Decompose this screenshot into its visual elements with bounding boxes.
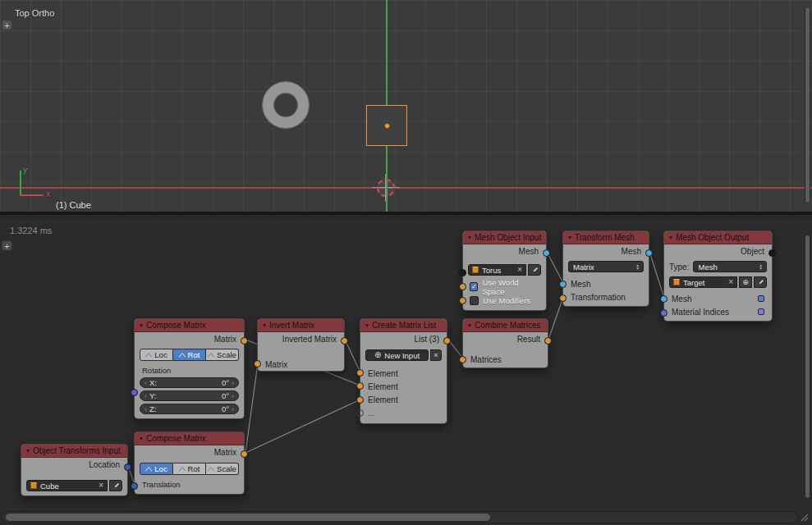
active-object-label: (1) Cube <box>56 200 91 210</box>
socket-virtual-input[interactable] <box>356 409 364 417</box>
collapse-icon[interactable]: ▾ <box>468 235 471 241</box>
output-object-label: Object <box>741 247 764 256</box>
eyedropper-button[interactable] <box>754 276 767 288</box>
socket-transformation-input[interactable] <box>559 294 567 302</box>
slider-left-icon[interactable]: ‹ <box>145 379 147 387</box>
socket-object-output[interactable] <box>768 249 776 257</box>
socket-use-modifiers-input[interactable] <box>459 297 466 304</box>
socket-element-input[interactable] <box>356 382 364 390</box>
loc-toggle-button[interactable]: Loc <box>140 463 173 475</box>
loc-toggle-button[interactable]: Loc <box>140 349 173 361</box>
driver-curve-icon <box>145 352 152 358</box>
collapse-icon[interactable]: ▾ <box>568 235 571 241</box>
socket-material-indices-input[interactable] <box>660 309 667 317</box>
type-dropdown[interactable]: Mesh ▴▾ <box>693 261 767 272</box>
object-picker-field[interactable]: Torus × <box>468 264 526 276</box>
expand-region-icon[interactable]: + <box>2 20 12 30</box>
socket-matrix-output[interactable] <box>241 337 248 345</box>
node-header[interactable]: ▾ Create Matrix List <box>360 319 447 332</box>
rotation-section-label: Rotation <box>135 366 244 375</box>
socket-display-toggle-icon[interactable] <box>758 308 764 315</box>
slider-right-icon[interactable]: › <box>232 379 234 387</box>
node-header[interactable]: ▾ Invert Matrix <box>258 319 344 332</box>
new-input-button[interactable]: ⊕ New Input <box>365 349 429 361</box>
viewport-3d[interactable]: Top Ortho y x (1) Cube + <box>0 0 812 215</box>
socket-mesh-output[interactable] <box>645 249 653 257</box>
socket-matrix-input[interactable] <box>254 360 261 368</box>
socket-translation-input[interactable] <box>131 482 138 490</box>
node-compose-matrix-translation[interactable]: ▾ Compose Matrix Matrix Loc Rot Scale Tr <box>134 431 245 495</box>
socket-object-input[interactable] <box>459 269 466 276</box>
node-header[interactable]: ▾ Mesh Object Output <box>664 231 772 244</box>
rotation-x-slider[interactable]: ‹ X: 0° › <box>140 377 239 388</box>
node-header[interactable]: ▾ Compose Matrix <box>135 432 244 445</box>
node-header[interactable]: ▾ Object Transforms Input <box>21 445 127 458</box>
slider-value: 0° <box>222 378 229 387</box>
node-mesh-object-input[interactable]: ▾ Mesh Object Input Mesh Torus × ✓ Use W… <box>462 231 547 311</box>
socket-use-world-space-input[interactable] <box>459 283 466 290</box>
use-modifiers-checkbox[interactable] <box>470 296 479 305</box>
dropdown-value: Matrix <box>573 262 636 272</box>
socket-mesh-input[interactable] <box>660 295 667 303</box>
socket-inverted-matrix-output[interactable] <box>341 337 348 345</box>
node-create-matrix-list[interactable]: ▾ Create Matrix List List (3) ⊕ New Inpu… <box>360 318 447 424</box>
socket-rotation-input[interactable] <box>131 389 138 396</box>
rotation-y-slider[interactable]: ‹ Y: 0° › <box>140 390 239 401</box>
socket-matrices-input[interactable] <box>459 356 466 363</box>
new-object-button[interactable]: ⊕ <box>739 276 752 288</box>
socket-result-output[interactable] <box>544 337 552 345</box>
rotation-z-slider[interactable]: ‹ Z: 0° › <box>140 404 239 414</box>
rot-toggle-button[interactable]: Rot <box>173 463 206 475</box>
socket-element-input[interactable] <box>356 369 364 377</box>
collapse-icon[interactable]: ▾ <box>468 322 471 329</box>
slider-left-icon[interactable]: ‹ <box>145 405 147 413</box>
clear-object-icon[interactable]: × <box>99 482 103 490</box>
node-header[interactable]: ▾ Mesh Object Input <box>463 231 546 244</box>
node-header[interactable]: ▾ Compose Matrix <box>135 319 244 332</box>
node-transform-mesh[interactable]: ▾ Transform Mesh Mesh Matrix ▴▾ Mesh Tra… <box>562 231 649 307</box>
node-compose-matrix-rotation[interactable]: ▾ Compose Matrix Matrix Loc Rot Scale Ro <box>134 318 245 419</box>
remove-input-button[interactable]: × <box>430 349 442 361</box>
target-object-field[interactable]: Target × <box>669 276 737 288</box>
socket-matrix-output[interactable] <box>241 450 248 458</box>
resize-grip-icon[interactable] <box>799 512 809 522</box>
horizontal-scrollbar-track[interactable] <box>2 511 798 523</box>
socket-display-toggle-icon[interactable] <box>758 295 764 302</box>
rot-toggle-button[interactable]: Rot <box>173 349 206 361</box>
collapse-icon[interactable]: ▾ <box>140 436 143 442</box>
socket-location-output[interactable] <box>124 463 131 471</box>
node-invert-matrix[interactable]: ▾ Invert Matrix Inverted Matrix Matrix <box>257 318 345 372</box>
slider-right-icon[interactable]: › <box>232 392 234 400</box>
node-object-transforms-input[interactable]: ▾ Object Transforms Input Location Cube … <box>21 444 128 496</box>
transformation-type-dropdown[interactable]: Matrix ▴▾ <box>568 261 644 272</box>
collapse-icon[interactable]: ▾ <box>365 322 369 329</box>
expand-region-icon[interactable]: + <box>2 240 12 251</box>
node-mesh-object-output[interactable]: ▾ Mesh Object Output Object Type: Mesh ▴… <box>663 231 773 322</box>
clear-object-icon[interactable]: × <box>728 278 733 286</box>
socket-mesh-output[interactable] <box>543 249 550 257</box>
slider-left-icon[interactable]: ‹ <box>145 392 147 400</box>
node-header[interactable]: ▾ Transform Mesh <box>563 231 649 244</box>
scale-toggle-button[interactable]: Scale <box>206 463 239 475</box>
node-editor-scrollbar[interactable] <box>805 235 810 499</box>
node-header[interactable]: ▾ Combine Matrices <box>463 319 548 332</box>
slider-right-icon[interactable]: › <box>232 405 234 413</box>
collapse-icon[interactable]: ▾ <box>26 448 30 454</box>
socket-mesh-input[interactable] <box>559 281 567 288</box>
viewport-scrollbar[interactable] <box>805 7 810 203</box>
cube-object-selected[interactable] <box>366 105 407 146</box>
node-combine-matrices[interactable]: ▾ Combine Matrices Result Matrices <box>462 318 548 368</box>
collapse-icon[interactable]: ▾ <box>669 235 672 241</box>
collapse-icon[interactable]: ▾ <box>263 322 266 329</box>
collapse-icon[interactable]: ▾ <box>140 322 143 329</box>
socket-list-output[interactable] <box>443 337 451 345</box>
horizontal-scrollbar-handle[interactable] <box>5 513 491 522</box>
eyedropper-button[interactable] <box>528 264 541 276</box>
use-world-space-checkbox[interactable]: ✓ <box>470 282 478 291</box>
clear-object-icon[interactable]: × <box>517 266 522 274</box>
socket-element-input[interactable] <box>356 396 364 404</box>
scale-toggle-button[interactable]: Scale <box>206 349 239 361</box>
eyedropper-button[interactable] <box>109 480 122 491</box>
torus-object[interactable] <box>263 82 309 128</box>
object-picker-field[interactable]: Cube × <box>26 480 108 491</box>
